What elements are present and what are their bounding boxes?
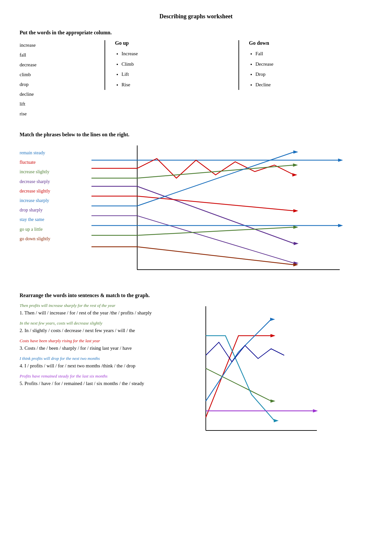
phrase-item: go up a little [20, 225, 50, 233]
svg-marker-33 [270, 399, 275, 403]
section3: Rearrange the words into sentences & mat… [20, 293, 372, 440]
sentence-answer: I think profits will drop for the next t… [20, 356, 176, 361]
svg-marker-32 [270, 334, 275, 337]
sentences-col: Then profits will increase sharply for t… [20, 303, 176, 391]
svg-line-13 [137, 196, 294, 211]
sentence-group: Then profits will increase sharply for t… [20, 303, 176, 317]
word-list-item: rise [20, 109, 98, 119]
col-down-header: Go down [249, 40, 363, 46]
sentence-group: In the next few years, costs will decrea… [20, 321, 176, 334]
sentence-question: 1. Then / will / increase / for / rest o… [20, 309, 176, 317]
columns-wrapper: increasefalldecreaseclimbdropdeclinelift… [20, 40, 372, 119]
graph2-svg [186, 303, 323, 440]
svg-marker-36 [313, 409, 318, 412]
svg-marker-8 [293, 163, 298, 167]
col-up-item: Increase [122, 49, 229, 59]
section2: Match the phrases below to the lines on … [20, 132, 372, 279]
section1-heading: Put the words in the appropriate column. [20, 30, 372, 36]
phrase-item: increase slightly [20, 168, 50, 176]
section2-heading: Match the phrases below to the lines on … [20, 132, 372, 138]
col-up-item: Lift [122, 69, 229, 80]
sentence-answer: In the next few years, costs will decrea… [20, 321, 176, 326]
graph1-svg [91, 142, 346, 279]
section1: Put the words in the appropriate column.… [20, 30, 372, 119]
sentence-answer: Costs have been sharply rising for the l… [20, 338, 176, 344]
word-list-item: fall [20, 50, 98, 60]
col-down-item: Decrease [255, 59, 363, 70]
word-list-item: increase [20, 40, 98, 50]
phrase-item: increase sharply [20, 196, 50, 205]
sentence-question: 3. Costs / the / been / sharply / for / … [20, 344, 176, 352]
phrase-item: go down slightly [20, 235, 50, 243]
graph2-area [186, 303, 372, 440]
col-down-item: Drop [255, 69, 363, 80]
word-list: increasefalldecreaseclimbdropdeclinelift… [20, 40, 105, 119]
svg-marker-14 [293, 209, 298, 212]
sentence-group: Costs have been sharply rising for the l… [20, 338, 176, 352]
word-list-item: decrease [20, 60, 98, 70]
sentence-group: Profits have remained steady for the las… [20, 374, 176, 387]
svg-line-7 [137, 165, 294, 178]
sentence-question: 2. In / slightly / costs / decrease / ne… [20, 327, 176, 334]
sentence-question: 5. Profits / have / for / remained / las… [20, 379, 176, 387]
phrase-item: drop sharply [20, 206, 50, 214]
svg-marker-11 [294, 242, 299, 245]
svg-marker-26 [293, 226, 298, 229]
phrase-item: stay the same [20, 215, 50, 224]
word-list-item: lift [20, 99, 98, 109]
sentence-question: 4. I / profits / will / for / next two m… [20, 362, 176, 370]
phrase-item: fluctuate [20, 158, 50, 166]
col-go-down: Go down FallDecreaseDropDecline [239, 40, 372, 90]
phrases-list: remain steadyfluctuateincrease slightlyd… [20, 149, 50, 243]
page-title: Describing graphs worksheet [20, 13, 372, 20]
svg-marker-5 [292, 173, 297, 177]
svg-line-10 [137, 186, 294, 244]
col-down-item: Decline [255, 80, 363, 90]
svg-marker-35 [274, 419, 279, 422]
section3-heading: Rearrange the words into sentences & mat… [20, 293, 372, 298]
col-up-header: Go up [115, 40, 229, 46]
word-list-item: drop [20, 79, 98, 89]
graph-area: remain steadyfluctuateincrease slightlyd… [20, 142, 372, 279]
col-up-item: Climb [122, 59, 229, 70]
svg-marker-17 [293, 150, 298, 154]
svg-marker-23 [338, 224, 343, 227]
sentence-group: I think profits will drop for the next t… [20, 356, 176, 370]
col-table: Go up IncreaseClimbLiftRise Go down Fall… [105, 40, 372, 90]
sentence-answer: Then profits will increase sharply for t… [20, 303, 176, 308]
svg-line-25 [137, 227, 294, 235]
col-down-item: Fall [255, 49, 363, 59]
word-list-item: decline [20, 89, 98, 99]
phrase-item: decrease slightly [20, 187, 50, 195]
phrase-item: decrease sharply [20, 177, 50, 186]
col-up-item: Rise [122, 80, 229, 90]
col-up-content: IncreaseClimbLiftRise [115, 49, 229, 90]
sentence-answer: Profits have remained steady for the las… [20, 374, 176, 379]
svg-marker-4 [338, 159, 343, 162]
section3-inner: Then profits will increase sharply for t… [20, 303, 372, 440]
svg-marker-34 [270, 318, 275, 321]
col-down-content: FallDecreaseDropDecline [249, 49, 363, 90]
phrase-item: remain steady [20, 149, 50, 157]
col-go-up: Go up IncreaseClimbLiftRise [105, 40, 239, 90]
word-list-item: climb [20, 70, 98, 79]
